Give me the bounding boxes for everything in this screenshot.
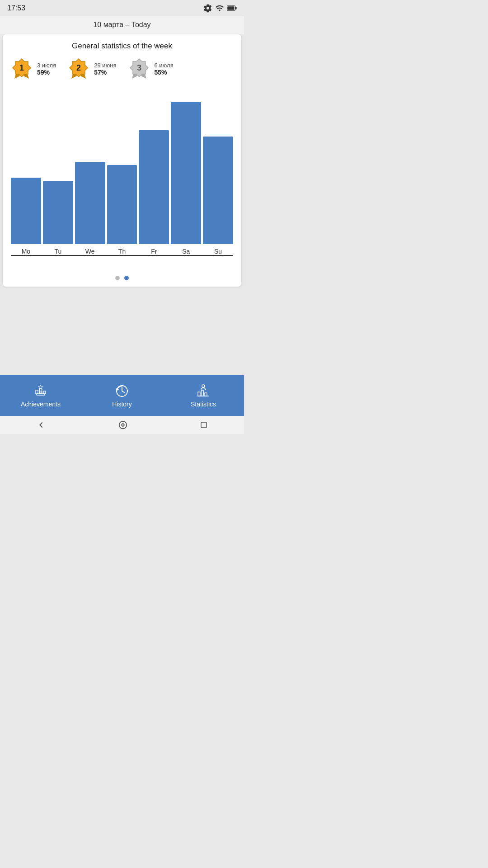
bar-label-mo: Mo [22, 248, 30, 255]
recents-button[interactable] [200, 421, 208, 429]
card-title: General statistics of the week [7, 42, 237, 51]
battery-icon [227, 5, 237, 11]
medal-badge-1: 1 [10, 57, 33, 80]
bar-label-fr: Fr [151, 248, 157, 255]
bottom-nav: Achievements History Statistics [0, 375, 244, 416]
svg-rect-1 [235, 7, 237, 9]
bar-label-tu: Tu [54, 248, 61, 255]
svg-point-31 [122, 424, 124, 426]
bar-col-we: We [75, 162, 105, 255]
nav-label-achievements: Achievements [21, 401, 61, 408]
bar-label-sa: Sa [182, 248, 190, 255]
svg-rect-28 [205, 393, 207, 396]
medal-info-3: 6 июля 55% [155, 62, 174, 76]
svg-text:2: 2 [76, 63, 81, 72]
home-button[interactable] [118, 420, 128, 430]
medal-pct-3: 55% [155, 69, 174, 76]
svg-rect-23 [43, 391, 46, 394]
bar-fr [139, 130, 169, 244]
svg-point-30 [119, 421, 127, 429]
bar-th [107, 165, 137, 244]
svg-text:1: 1 [19, 63, 24, 72]
bar-label-we: We [85, 248, 95, 255]
bar-mo [11, 178, 41, 244]
medal-badge-2: 2 [67, 57, 90, 80]
medal-pct-2: 57% [94, 69, 116, 76]
medal-date-1: 3 июля [37, 62, 56, 69]
date-label: 10 марта – Today [93, 21, 150, 28]
status-bar: 17:53 [0, 0, 244, 16]
pagination-dots [7, 276, 237, 280]
gear-icon [203, 4, 212, 13]
medal-info-1: 3 июля 59% [37, 62, 56, 76]
statistics-icon [196, 384, 211, 398]
android-nav-bar [0, 416, 244, 434]
bar-col-su: Su [203, 137, 233, 255]
medal-date-2: 29 июня [94, 62, 116, 69]
medal-date-3: 6 июля [155, 62, 174, 69]
nav-item-achievements[interactable]: Achievements [0, 375, 81, 416]
bar-col-sa: Sa [171, 102, 201, 255]
medal-badge-3: 3 [127, 57, 151, 80]
svg-rect-2 [227, 6, 234, 10]
bars-container: MoTuWeThFrSaSu [11, 89, 233, 256]
svg-rect-32 [201, 422, 206, 428]
achievements-icon [33, 384, 48, 398]
main-card: General statistics of the week 1 3 июля [3, 34, 241, 287]
back-button[interactable] [36, 420, 46, 430]
bar-label-su: Su [214, 248, 222, 255]
nav-label-statistics: Statistics [191, 401, 216, 408]
medal-2: 2 29 июня 57% [67, 57, 116, 80]
bar-col-tu: Tu [43, 181, 73, 255]
medal-1: 1 3 июля 59% [10, 57, 56, 80]
medal-pct-1: 59% [37, 69, 56, 76]
bar-tu [43, 181, 73, 244]
bar-col-mo: Mo [11, 178, 41, 255]
history-icon [115, 384, 129, 398]
bar-su [203, 137, 233, 244]
medal-info-2: 29 июня 57% [94, 62, 116, 76]
bar-label-th: Th [118, 248, 126, 255]
svg-rect-21 [36, 390, 38, 394]
dot-2 [124, 276, 129, 280]
bar-sa [171, 102, 201, 244]
svg-text:3: 3 [137, 63, 141, 72]
signal-icon [215, 4, 224, 13]
medal-3: 3 6 июля 55% [127, 57, 174, 80]
nav-item-statistics[interactable]: Statistics [163, 375, 244, 416]
nav-label-history: History [112, 401, 132, 408]
dot-1 [115, 276, 120, 280]
bar-we [75, 162, 105, 244]
medals-row: 1 3 июля 59% 2 29 июня 57% [7, 57, 237, 80]
bar-chart: MoTuWeThFrSaSu [7, 89, 237, 269]
nav-item-history[interactable]: History [81, 375, 163, 416]
status-time: 17:53 [7, 4, 25, 12]
bar-col-fr: Fr [139, 130, 169, 255]
bar-col-th: Th [107, 165, 137, 255]
svg-point-25 [202, 385, 205, 387]
svg-rect-26 [198, 392, 200, 396]
date-header: 10 марта – Today [0, 16, 244, 34]
svg-rect-22 [40, 389, 42, 394]
status-icons [203, 4, 237, 13]
svg-rect-27 [202, 391, 204, 396]
